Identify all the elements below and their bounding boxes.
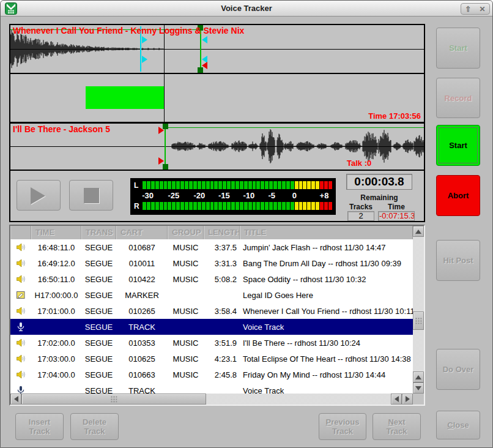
play-button[interactable] xyxy=(17,180,61,211)
log-cell-cart: 010687 xyxy=(116,243,168,252)
track1-cursor-handle-bottom[interactable] xyxy=(142,56,147,63)
log-cell-trans: SEGUE xyxy=(81,259,116,268)
do-over-button[interactable]: Do Over xyxy=(436,349,480,390)
meter-segment xyxy=(176,202,180,210)
log-cell-time: 17:04:00.0 xyxy=(31,370,81,379)
meter-segment xyxy=(218,181,222,189)
meter-segment xyxy=(320,202,324,210)
table-row[interactable]: 17:02:00.0SEGUE010353MUSIC3:51.9I'll Be … xyxy=(10,335,413,351)
meter-segment xyxy=(244,202,248,210)
stop-button[interactable] xyxy=(69,180,113,211)
track1-waveform-region[interactable]: Whenever I Call You Friend - Kenny Loggi… xyxy=(10,25,424,73)
meter-right-bar xyxy=(143,202,332,210)
maximize-button[interactable]: ⇧ xyxy=(461,4,475,14)
horizontal-scroll-thumb[interactable] xyxy=(21,394,206,405)
table-row[interactable]: 16:48:11.0SEGUE010687MUSIC3:37.5Jumpin' … xyxy=(10,239,413,255)
track2-start-handle-top[interactable] xyxy=(158,127,164,134)
scroll-left-button-right[interactable] xyxy=(391,394,402,405)
track2-marker-handle-bottom[interactable] xyxy=(163,164,168,170)
column-header-time[interactable]: TIME xyxy=(31,226,81,239)
column-header-title[interactable]: TITLE xyxy=(240,226,413,239)
meter-left-bar xyxy=(143,181,332,189)
scroll-up-button-bottom[interactable] xyxy=(413,371,424,383)
vertical-scrollbar[interactable] xyxy=(413,226,424,394)
table-row[interactable]: 16:50:11.0SEGUE010422MUSIC5:08.2Space Od… xyxy=(10,271,413,287)
table-row[interactable]: SEGUETRACKVoice Track xyxy=(10,383,413,394)
speaker-icon xyxy=(16,242,26,252)
meter-scale-tick: -20 xyxy=(194,191,206,200)
table-row[interactable]: 17:04:00.0SEGUE010663MUSIC2:45.8Friday O… xyxy=(10,367,413,383)
log-cell-icon xyxy=(10,290,31,300)
log-table-body: 16:48:11.0SEGUE010687MUSIC3:37.5Jumpin' … xyxy=(10,239,413,394)
next-track-button[interactable]: NextTrack xyxy=(373,413,421,440)
meter-segment xyxy=(278,181,281,189)
track2-waveform-region[interactable]: I'll Be There - Jackson 5 Talk :0 xyxy=(10,122,424,170)
close-button[interactable]: Close xyxy=(436,411,480,439)
track2-start-handle-bottom[interactable] xyxy=(158,157,164,165)
meter-segment xyxy=(269,202,273,210)
meter-segment xyxy=(160,181,163,189)
log-cell-title: Jumpin' Jack Flash -- rdhost 11/30 14:47 xyxy=(240,243,413,252)
meter-segment xyxy=(223,181,226,189)
meter-segment xyxy=(193,181,197,189)
start-track2-button[interactable]: Start xyxy=(436,125,480,166)
log-cell-time: 17:02:00.0 xyxy=(31,338,81,348)
log-cell-trans: SEGUE xyxy=(81,338,116,348)
log-cell-trans: SEGUE xyxy=(81,243,116,252)
vertical-scroll-thumb[interactable] xyxy=(413,312,424,330)
previous-track-button[interactable]: PreviousTrack xyxy=(319,413,366,440)
meter-segment xyxy=(227,202,231,210)
hit-post-button[interactable]: Hit Post xyxy=(436,240,480,281)
titlebar[interactable]: Voice Tracker ⇧ ✕ xyxy=(1,1,492,17)
close-window-button[interactable]: ✕ xyxy=(475,4,489,14)
scroll-up-button[interactable] xyxy=(413,226,424,237)
log-cell-cart: 010625 xyxy=(116,354,168,364)
voicetrack-boundary-line xyxy=(164,74,165,122)
insert-track-button[interactable]: Insert Track xyxy=(15,413,64,440)
meter-segment xyxy=(180,202,184,210)
meter-scale-tick: -15 xyxy=(218,191,230,200)
table-row[interactable]: 16:49:12.0SEGUE010011MUSIC3:31.3Bang The… xyxy=(10,255,413,271)
log-cell-title: Bang The Drum All Day -- rdhost 11/30 09… xyxy=(240,259,413,268)
table-row[interactable]: H17:00:00.0SEGUEMARKERLegal ID Goes Here xyxy=(10,287,413,303)
audio-level-meter: L -30-25-20-15-10-50+8 R xyxy=(130,178,336,215)
column-header-cart[interactable]: CART xyxy=(116,226,168,239)
thumb-grip xyxy=(111,396,117,403)
horizontal-scrollbar[interactable] xyxy=(10,394,413,405)
meter-segment xyxy=(176,181,180,189)
meter-segment xyxy=(286,202,290,210)
track2-start-marker[interactable] xyxy=(165,125,166,169)
log-cell-title: Friday On My Mind -- rdhost 11/30 14:44 xyxy=(240,370,413,379)
table-row[interactable]: 17:01:00.0SEGUE010265MUSIC3:58.4Whenever… xyxy=(10,303,413,319)
track1-fade-handle-top[interactable] xyxy=(202,36,207,43)
speaker-icon xyxy=(16,370,26,379)
track1-end-handle[interactable] xyxy=(202,62,207,69)
log-cell-length: 3:58.4 xyxy=(204,307,240,316)
table-row[interactable]: SEGUETRACKVoice Track xyxy=(10,319,413,335)
meter-segment xyxy=(210,181,214,189)
meter-segment xyxy=(143,181,146,189)
log-cell-trans: SEGUE xyxy=(81,323,116,332)
window-controls: ⇧ ✕ xyxy=(461,3,490,15)
scroll-left-button[interactable] xyxy=(10,394,21,405)
meter-scale-tick: -30 xyxy=(142,191,154,200)
remaining-tracks-value: 2 xyxy=(347,211,374,221)
record-button[interactable]: Record xyxy=(436,78,480,118)
track1-cursor-handle-top[interactable] xyxy=(142,36,147,43)
voicetrack-lane[interactable]: Time 17:03:56 xyxy=(10,73,424,122)
column-header-icon[interactable] xyxy=(10,226,31,239)
abort-button[interactable]: Abort xyxy=(436,175,480,216)
column-header-trans[interactable]: TRANS xyxy=(81,226,116,239)
column-header-group[interactable]: GROUP xyxy=(168,226,204,239)
meter-segment xyxy=(256,202,260,210)
voicetrack-block[interactable] xyxy=(86,86,165,109)
delete-track-button[interactable]: Delete Track xyxy=(70,413,119,440)
table-row[interactable]: 17:03:00.0SEGUE010625MUSIC4:23.1Total Ec… xyxy=(10,351,413,367)
meter-segment xyxy=(299,202,303,210)
scroll-down-button[interactable] xyxy=(413,383,424,394)
meter-segment xyxy=(303,202,306,210)
scroll-right-button[interactable] xyxy=(402,394,413,405)
start-track1-button[interactable]: Start xyxy=(436,28,480,69)
log-cell-icon xyxy=(10,258,31,268)
column-header-length[interactable]: LENGTH xyxy=(204,226,240,239)
